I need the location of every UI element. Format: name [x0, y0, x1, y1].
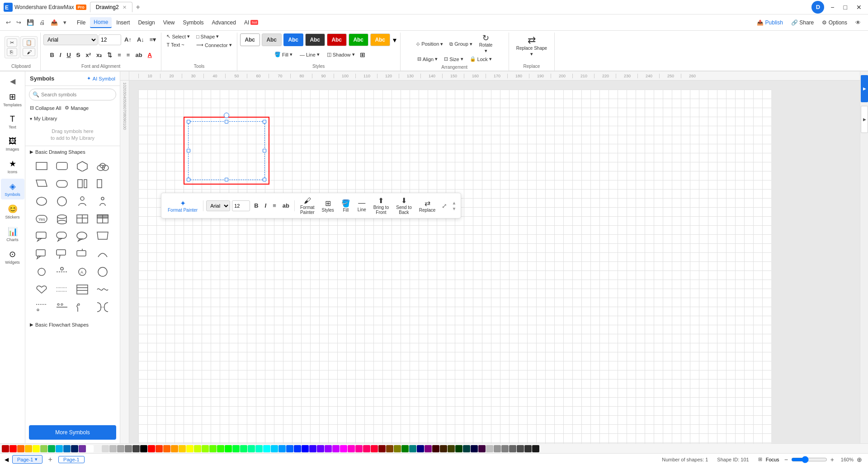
ft-italic-button[interactable]: I	[263, 201, 269, 210]
color-swatch[interactable]	[471, 445, 478, 452]
ft-font-size-input[interactable]	[232, 200, 250, 211]
fit-button[interactable]: ⊕	[855, 456, 863, 463]
eye-button[interactable]: 👁	[852, 18, 864, 28]
selected-shape[interactable]	[184, 117, 269, 185]
fill-button[interactable]: 🪣 Fill ▾	[272, 51, 295, 58]
right-panel-btn-2[interactable]: ▶	[861, 106, 868, 133]
shape-trapezoid-speech[interactable]	[94, 228, 112, 245]
color-swatch[interactable]	[294, 445, 301, 452]
paste-button[interactable]: 📋	[23, 38, 35, 47]
text-button[interactable]: T Text ~	[164, 41, 192, 48]
ai-symbol-button[interactable]: ✦ AI Symbol	[87, 76, 115, 81]
focus-button[interactable]: Focus	[766, 457, 779, 462]
numbered-list-button[interactable]: ≡	[124, 51, 132, 59]
color-swatch[interactable]	[94, 445, 101, 452]
color-swatch[interactable]	[2, 445, 9, 452]
export-button[interactable]: 📤	[48, 18, 60, 27]
text-vertical-button[interactable]: ⇅	[105, 51, 114, 59]
strikethrough-button[interactable]: S	[74, 51, 83, 59]
shape-small-circle[interactable]	[33, 264, 51, 280]
color-swatch[interactable]	[109, 445, 117, 452]
color-swatch[interactable]	[455, 445, 462, 452]
basic-drawing-header[interactable]: ▶ Basic Drawing Shapes	[30, 148, 115, 156]
style-swatch-7[interactable]: Abc	[370, 33, 390, 46]
shape-bracket-left[interactable]	[73, 176, 91, 192]
shape-button[interactable]: □ Shape ▾	[194, 33, 234, 40]
ft-fill-button[interactable]: 🪣 Fill	[339, 198, 353, 214]
close-tab-icon[interactable]: ✕	[123, 5, 127, 10]
color-swatch[interactable]	[378, 445, 386, 452]
increase-font-button[interactable]: A↑	[122, 35, 134, 44]
bold-button[interactable]: B	[47, 51, 56, 59]
shape-curly-brace-set[interactable]	[94, 299, 112, 315]
copy-button[interactable]: ⎘	[7, 48, 17, 56]
size-button[interactable]: ⊡ Size ▾	[442, 55, 465, 63]
ft-expand-button[interactable]: ⤢	[440, 201, 449, 210]
handle-middle-left[interactable]	[187, 149, 190, 152]
color-swatch[interactable]	[48, 445, 55, 452]
color-swatch[interactable]	[171, 445, 178, 452]
minimize-button[interactable]: −	[828, 3, 837, 12]
sidebar-item-widgets[interactable]: ⊙ Widgets	[1, 247, 24, 267]
auto-text-button[interactable]: ab	[133, 51, 144, 59]
align-button[interactable]: ⊟ Align ▾	[415, 55, 440, 63]
menu-symbols[interactable]: Symbols	[179, 18, 208, 28]
color-swatch[interactable]	[56, 445, 63, 452]
color-swatch[interactable]	[386, 445, 393, 452]
color-swatch[interactable]	[309, 445, 316, 452]
shape-person[interactable]	[73, 193, 91, 209]
shape-cloud[interactable]	[94, 158, 112, 174]
underline-button[interactable]: U	[64, 51, 73, 59]
shape-person-outline[interactable]	[94, 193, 112, 209]
line-button[interactable]: — Line ▾	[297, 51, 322, 58]
position-button[interactable]: ⊹ Position ▾	[414, 40, 445, 48]
color-swatch[interactable]	[286, 445, 293, 452]
color-swatch[interactable]	[332, 445, 340, 452]
sidebar-item-text[interactable]: T Text	[1, 112, 24, 132]
page-nav-prev[interactable]: ◀	[5, 456, 9, 463]
handle-bottom-right[interactable]	[263, 178, 266, 181]
color-swatch[interactable]	[209, 445, 217, 452]
shape-curly-brace-left[interactable]	[73, 299, 91, 315]
shape-callout-2[interactable]	[53, 246, 71, 262]
handle-middle-right[interactable]	[263, 149, 266, 152]
color-swatch[interactable]	[278, 445, 286, 452]
color-swatch[interactable]	[140, 445, 147, 452]
ft-styles-button[interactable]: ⊞ Styles	[319, 198, 337, 214]
rotate-button[interactable]: ↻ Rotate ▾	[476, 33, 495, 55]
ft-send-to-back-button[interactable]: ⬇ Send toBack	[393, 195, 414, 216]
right-panel-btn-1[interactable]: ▶	[861, 75, 868, 102]
shape-rounded-rect[interactable]	[53, 158, 71, 174]
shape-bracket-set-1[interactable]	[33, 299, 51, 315]
menu-file[interactable]: File	[73, 18, 89, 28]
style-swatch-4[interactable]: Abc	[305, 33, 325, 46]
color-swatch[interactable]	[71, 445, 78, 452]
share-button[interactable]: 🔗 Share	[788, 18, 817, 28]
color-swatch[interactable]	[340, 445, 347, 452]
search-input[interactable]	[29, 89, 116, 100]
current-page-tab[interactable]: Page-1	[58, 456, 85, 463]
shape-bracket-right[interactable]	[94, 176, 112, 192]
shape-table[interactable]	[73, 211, 91, 227]
format-painter-button[interactable]: 🖌	[23, 48, 35, 56]
shape-wave[interactable]	[94, 281, 112, 298]
font-color-button[interactable]: A	[146, 51, 154, 59]
shape-arc[interactable]	[94, 246, 112, 262]
my-library-header[interactable]: ▾ My Library	[30, 114, 115, 123]
color-swatch[interactable]	[417, 445, 424, 452]
sidebar-item-templates[interactable]: ⊞ Templates	[1, 89, 24, 110]
align-button[interactable]: ≡▾	[147, 35, 159, 44]
color-swatch[interactable]	[125, 445, 132, 452]
color-swatch[interactable]	[448, 445, 455, 452]
ft-ab-button[interactable]: ab	[280, 201, 292, 210]
handle-bottom-center[interactable]	[225, 178, 228, 181]
color-swatch[interactable]	[517, 445, 524, 452]
color-swatch[interactable]	[117, 445, 124, 452]
shape-callout-3[interactable]	[73, 246, 91, 262]
color-swatch[interactable]	[363, 445, 370, 452]
ft-collapse-down-icon[interactable]: ▼	[452, 206, 456, 211]
color-swatch[interactable]	[40, 445, 47, 452]
style-swatch-5[interactable]: Abc	[327, 33, 347, 46]
color-swatch[interactable]	[225, 445, 232, 452]
shape-ellipse-rect[interactable]	[53, 176, 71, 192]
